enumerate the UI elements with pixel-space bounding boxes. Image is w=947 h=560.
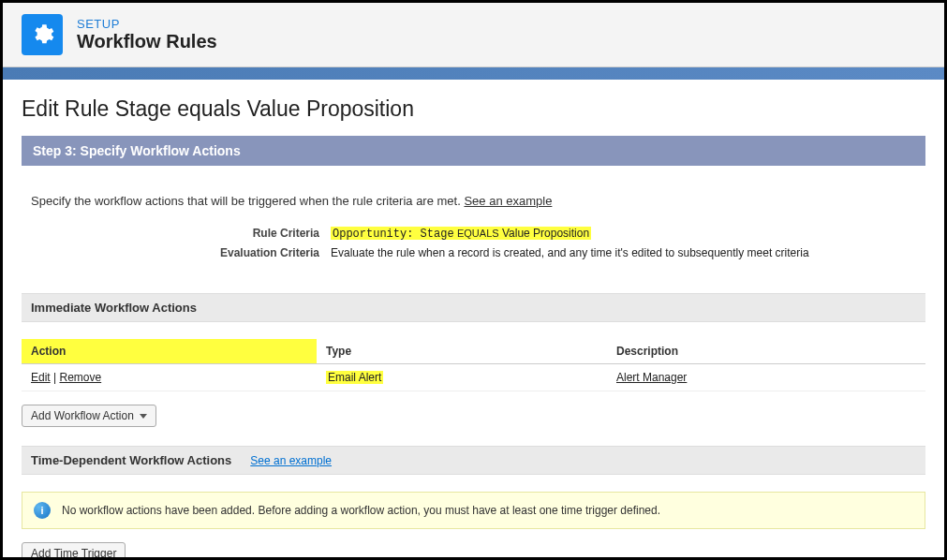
col-type: Type [317,339,607,364]
row-description-link[interactable]: Alert Manager [616,371,687,384]
setup-breadcrumb: SETUP [77,17,217,31]
info-text: Specify the workflow actions that will b… [31,194,916,208]
eval-criteria-value: Evaluate the rule when a record is creat… [331,246,809,259]
page-header: SETUP Workflow Rules [3,3,944,66]
gear-icon [22,14,63,55]
add-time-trigger-button[interactable]: Add Time Trigger [22,542,126,560]
page-title: Workflow Rules [77,31,217,52]
rule-criteria-label: Rule Criteria [31,227,331,241]
remove-link[interactable]: Remove [59,371,101,384]
timedep-actions-header: Time-Dependent Workflow Actions See an e… [22,446,925,475]
add-workflow-action-button[interactable]: Add Workflow Action [22,405,156,427]
notice-text: No workflow actions have been added. Bef… [62,504,660,517]
immediate-actions-header: Immediate Workflow Actions [22,293,925,322]
row-type: Email Alert [326,371,383,384]
notice-box: i No workflow actions have been added. B… [22,492,925,529]
col-action: Action [22,339,317,364]
eval-criteria-label: Evaluation Criteria [31,246,331,259]
col-description: Description [607,339,925,364]
actions-table: Action Type Description Edit | Remove Em… [22,339,925,391]
edit-link[interactable]: Edit [31,371,51,384]
chevron-down-icon [140,414,147,419]
edit-rule-title: Edit Rule Stage equals Value Proposition [22,96,925,122]
see-example-link-timedep[interactable]: See an example [250,454,332,467]
table-row: Edit | Remove Email Alert Alert Manager [22,364,925,391]
decorative-strip [3,66,944,80]
info-icon: i [34,502,51,519]
step-bar: Step 3: Specify Workflow Actions [22,136,925,166]
rule-criteria-value: Opportunity: Stage EQUALS Value Proposit… [331,227,591,241]
see-example-link[interactable]: See an example [464,194,552,208]
